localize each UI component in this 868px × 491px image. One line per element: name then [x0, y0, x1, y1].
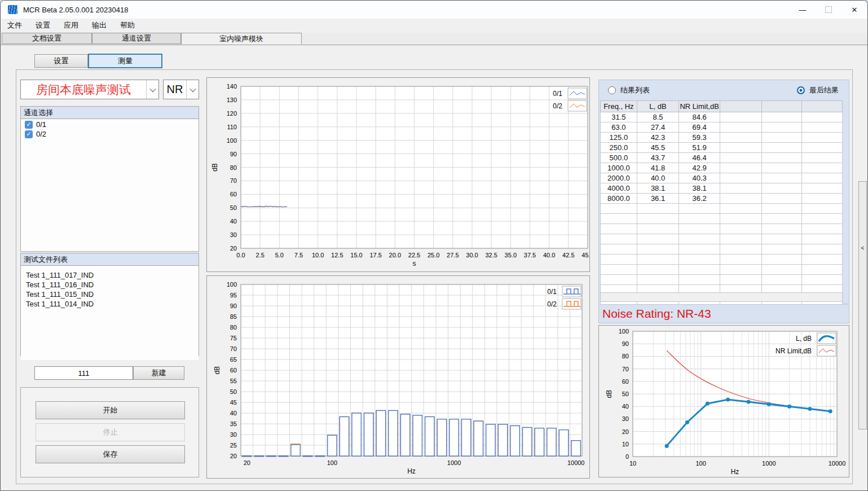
table-row[interactable]: 125.042.359.3 — [601, 133, 843, 143]
table-row[interactable]: 4000.038.138.1 — [601, 183, 843, 194]
menu-output[interactable]: 输出 — [85, 20, 113, 30]
table-cell — [762, 183, 801, 194]
table-cell — [720, 163, 762, 173]
chevron-down-icon — [149, 85, 156, 91]
maximize-button[interactable] — [816, 1, 841, 19]
table-cell — [762, 112, 801, 122]
table-row[interactable]: 250.045.551.9 — [601, 143, 843, 153]
table-cell: 63.0 — [601, 122, 637, 133]
table-cell — [720, 255, 762, 265]
table-cell — [637, 275, 679, 285]
table-cell: 40.3 — [679, 173, 720, 183]
test-file-item[interactable]: Test 1_111_015_IND — [21, 290, 199, 299]
svg-text:0/1: 0/1 — [553, 90, 562, 98]
channel-checkbox[interactable]: ✓ — [25, 130, 33, 138]
svg-text:10: 10 — [629, 460, 636, 467]
result-list-radio-row[interactable]: 结果列表 — [608, 85, 650, 95]
svg-text:40: 40 — [230, 218, 237, 225]
table-row[interactable] — [601, 234, 843, 244]
table-cell: 45.5 — [637, 143, 679, 153]
table-cell — [762, 275, 801, 285]
rating-dropdown-arrow[interactable] — [186, 80, 199, 99]
table-horizontal-scrollbar[interactable] — [600, 292, 843, 302]
table-row[interactable] — [601, 204, 843, 214]
table-cell — [762, 173, 801, 183]
table-row[interactable]: 8000.036.136.2 — [601, 194, 843, 204]
table-cell — [801, 153, 842, 163]
svg-text:5.0: 5.0 — [275, 252, 284, 258]
svg-text:42.5: 42.5 — [562, 252, 574, 258]
start-button[interactable]: 开始 — [36, 401, 185, 419]
close-icon: ✕ — [852, 6, 858, 14]
table-row[interactable] — [601, 244, 843, 255]
rating-value: NR — [164, 80, 186, 99]
svg-text:85: 85 — [230, 313, 237, 320]
side-panel-splitter[interactable]: < — [858, 181, 867, 429]
menu-settings[interactable]: 设置 — [29, 20, 57, 30]
menu-help[interactable]: 帮助 — [113, 20, 142, 30]
channel-label: 0/1 — [36, 120, 46, 129]
table-cell: 41.8 — [637, 163, 679, 173]
table-row[interactable] — [601, 265, 843, 275]
channel-item[interactable]: ✓0/2 — [21, 129, 199, 138]
tab-channel-settings[interactable]: 通道设置 — [92, 33, 181, 44]
results-table[interactable]: Freq., HzL, dBNR Limit,dB31.58.584.663.0… — [600, 100, 843, 315]
svg-text:12.5: 12.5 — [331, 252, 343, 258]
time-history-chart: 20304050607080901001101201301400.02.55.0… — [207, 78, 589, 271]
table-row[interactable] — [601, 275, 843, 285]
svg-text:10.0: 10.0 — [312, 252, 324, 258]
svg-text:0: 0 — [625, 453, 629, 460]
last-result-label: 最后结果 — [809, 85, 839, 95]
minimize-button[interactable]: — — [790, 1, 816, 19]
stop-button[interactable]: 停止 — [36, 423, 185, 441]
tab-document-settings[interactable]: 文档设置 — [2, 33, 92, 44]
test-type-dropdown-arrow[interactable] — [146, 80, 158, 99]
table-row[interactable] — [601, 255, 843, 265]
test-type-combobox[interactable]: 房间本底噪声测试 — [20, 80, 159, 99]
subtab-measure[interactable]: 测量 — [88, 54, 162, 68]
table-row[interactable]: 31.58.584.6 — [601, 112, 843, 122]
subtab-settings[interactable]: 设置 — [34, 54, 88, 68]
test-file-item[interactable]: Test 1_111_017_IND — [21, 270, 199, 280]
channel-checkbox[interactable]: ✓ — [25, 121, 33, 129]
last-result-radio[interactable] — [797, 86, 805, 94]
rating-combobox[interactable]: NR — [163, 80, 199, 99]
table-row[interactable]: 1000.041.842.9 — [601, 163, 843, 173]
time-history-chart-panel: 20304050607080901001101201301400.02.55.0… — [206, 77, 590, 272]
table-cell: 125.0 — [601, 133, 637, 143]
result-list-label: 结果列表 — [620, 85, 650, 95]
collapse-left-icon: < — [861, 245, 865, 251]
tab-indoor-noise-module[interactable]: 室内噪声模块 — [181, 33, 302, 45]
svg-text:dB: dB — [605, 390, 613, 398]
result-list-radio[interactable] — [608, 86, 616, 94]
svg-text:30: 30 — [230, 231, 237, 238]
table-cell — [720, 112, 762, 122]
svg-text:95: 95 — [230, 292, 237, 299]
table-cell: 42.9 — [679, 163, 720, 173]
table-cell: 500.0 — [601, 153, 637, 163]
svg-text:0/2: 0/2 — [547, 300, 557, 308]
file-name-input[interactable]: 111 — [34, 366, 133, 380]
channel-item[interactable]: ✓0/1 — [21, 119, 199, 129]
table-row[interactable]: 500.043.746.4 — [601, 153, 843, 163]
close-button[interactable]: ✕ — [841, 1, 867, 19]
table-cell: 51.9 — [679, 143, 720, 153]
table-cell: 27.4 — [637, 122, 679, 133]
table-cell — [720, 173, 762, 183]
test-file-item[interactable]: Test 1_111_014_IND — [21, 299, 199, 309]
table-cell — [720, 122, 762, 133]
save-button[interactable]: 保存 — [36, 445, 185, 463]
menu-apply[interactable]: 应用 — [57, 20, 85, 30]
svg-text:25.0: 25.0 — [428, 252, 439, 258]
new-button[interactable]: 新建 — [133, 366, 184, 380]
table-cell — [637, 224, 679, 234]
svg-text:90: 90 — [230, 303, 237, 309]
table-row[interactable]: 2000.040.040.3 — [601, 173, 843, 183]
menu-file[interactable]: 文件 — [1, 20, 29, 30]
table-row[interactable] — [601, 214, 843, 224]
svg-text:20: 20 — [622, 428, 629, 435]
table-row[interactable]: 63.027.469.4 — [601, 122, 843, 133]
last-result-radio-row[interactable]: 最后结果 — [797, 85, 839, 95]
table-row[interactable] — [601, 224, 843, 234]
test-file-item[interactable]: Test 1_111_016_IND — [21, 280, 199, 290]
